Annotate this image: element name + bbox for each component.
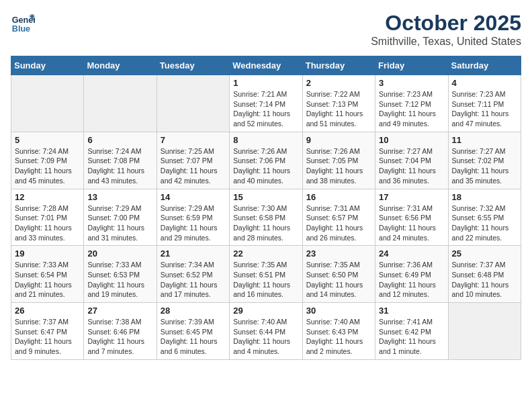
day-info: Sunrise: 7:35 AMSunset: 6:51 PMDaylight:…	[233, 260, 298, 300]
day-cell: 18Sunrise: 7:32 AMSunset: 6:55 PMDayligh…	[448, 189, 521, 246]
day-number: 29	[233, 306, 298, 316]
day-cell: 14Sunrise: 7:29 AMSunset: 6:59 PMDayligh…	[157, 189, 229, 246]
day-number: 6	[87, 135, 152, 145]
day-number: 20	[87, 248, 152, 259]
day-info: Sunrise: 7:25 AMSunset: 7:07 PMDaylight:…	[161, 146, 226, 186]
weekday-header-row: SundayMondayTuesdayWednesdayThursdayFrid…	[11, 56, 521, 75]
day-cell: 11Sunrise: 7:27 AMSunset: 7:02 PMDayligh…	[448, 132, 521, 189]
day-number: 31	[379, 306, 444, 316]
day-number: 28	[161, 306, 226, 316]
day-cell: 29Sunrise: 7:40 AMSunset: 6:44 PMDayligh…	[230, 303, 302, 360]
day-info: Sunrise: 7:36 AMSunset: 6:49 PMDaylight:…	[379, 260, 444, 300]
day-info: Sunrise: 7:24 AMSunset: 7:08 PMDaylight:…	[87, 146, 152, 186]
day-number: 30	[306, 306, 371, 316]
day-cell	[11, 75, 84, 132]
day-info: Sunrise: 7:40 AMSunset: 6:43 PMDaylight:…	[306, 317, 371, 357]
day-cell: 24Sunrise: 7:36 AMSunset: 6:49 PMDayligh…	[375, 246, 448, 303]
weekday-header-tuesday: Tuesday	[157, 56, 229, 75]
day-info: Sunrise: 7:27 AMSunset: 7:04 PMDaylight:…	[379, 146, 444, 186]
header: General Blue October 2025 Smithville, Te…	[11, 11, 521, 48]
day-number: 15	[233, 192, 298, 202]
day-cell: 5Sunrise: 7:24 AMSunset: 7:09 PMDaylight…	[11, 132, 84, 189]
weekday-header-sunday: Sunday	[11, 56, 84, 75]
day-cell: 7Sunrise: 7:25 AMSunset: 7:07 PMDaylight…	[157, 132, 229, 189]
day-cell: 26Sunrise: 7:37 AMSunset: 6:47 PMDayligh…	[11, 303, 84, 360]
day-cell: 27Sunrise: 7:38 AMSunset: 6:46 PMDayligh…	[84, 303, 157, 360]
day-number: 25	[452, 248, 517, 259]
calendar-table: SundayMondayTuesdayWednesdayThursdayFrid…	[11, 56, 521, 360]
day-cell: 9Sunrise: 7:26 AMSunset: 7:05 PMDaylight…	[302, 132, 375, 189]
day-cell: 3Sunrise: 7:23 AMSunset: 7:12 PMDaylight…	[375, 75, 448, 132]
week-row-4: 19Sunrise: 7:33 AMSunset: 6:54 PMDayligh…	[11, 246, 521, 303]
day-cell: 25Sunrise: 7:37 AMSunset: 6:48 PMDayligh…	[448, 246, 521, 303]
day-cell: 1Sunrise: 7:21 AMSunset: 7:14 PMDaylight…	[230, 75, 302, 132]
day-cell: 6Sunrise: 7:24 AMSunset: 7:08 PMDaylight…	[84, 132, 157, 189]
day-number: 27	[87, 306, 152, 316]
day-cell: 31Sunrise: 7:41 AMSunset: 6:42 PMDayligh…	[375, 303, 448, 360]
weekday-header-saturday: Saturday	[448, 56, 521, 75]
day-cell	[84, 75, 157, 132]
day-info: Sunrise: 7:26 AMSunset: 7:05 PMDaylight:…	[306, 146, 371, 186]
day-number: 2	[306, 78, 371, 88]
day-cell: 13Sunrise: 7:29 AMSunset: 7:00 PMDayligh…	[84, 189, 157, 246]
day-number: 12	[15, 192, 80, 202]
day-info: Sunrise: 7:33 AMSunset: 6:53 PMDaylight:…	[87, 260, 152, 300]
day-number: 5	[15, 135, 80, 145]
day-info: Sunrise: 7:29 AMSunset: 6:59 PMDaylight:…	[161, 203, 226, 243]
day-cell: 8Sunrise: 7:26 AMSunset: 7:06 PMDaylight…	[230, 132, 302, 189]
day-info: Sunrise: 7:35 AMSunset: 6:50 PMDaylight:…	[306, 260, 371, 300]
day-number: 24	[379, 248, 444, 259]
day-info: Sunrise: 7:27 AMSunset: 7:02 PMDaylight:…	[452, 146, 517, 186]
day-info: Sunrise: 7:31 AMSunset: 6:57 PMDaylight:…	[306, 203, 371, 243]
day-cell: 16Sunrise: 7:31 AMSunset: 6:57 PMDayligh…	[302, 189, 375, 246]
day-number: 8	[233, 135, 298, 145]
day-cell	[157, 75, 229, 132]
day-info: Sunrise: 7:34 AMSunset: 6:52 PMDaylight:…	[161, 260, 226, 300]
day-info: Sunrise: 7:41 AMSunset: 6:42 PMDaylight:…	[379, 317, 444, 357]
day-number: 4	[452, 78, 517, 88]
logo: General Blue	[11, 11, 35, 35]
day-info: Sunrise: 7:22 AMSunset: 7:13 PMDaylight:…	[306, 89, 371, 129]
day-info: Sunrise: 7:37 AMSunset: 6:47 PMDaylight:…	[15, 317, 80, 357]
day-info: Sunrise: 7:29 AMSunset: 7:00 PMDaylight:…	[87, 203, 152, 243]
day-number: 26	[15, 306, 80, 316]
day-cell: 19Sunrise: 7:33 AMSunset: 6:54 PMDayligh…	[11, 246, 84, 303]
day-number: 19	[15, 248, 80, 259]
week-row-3: 12Sunrise: 7:28 AMSunset: 7:01 PMDayligh…	[11, 189, 521, 246]
day-number: 21	[161, 248, 226, 259]
day-cell: 4Sunrise: 7:23 AMSunset: 7:11 PMDaylight…	[448, 75, 521, 132]
day-number: 16	[306, 192, 371, 202]
day-cell: 10Sunrise: 7:27 AMSunset: 7:04 PMDayligh…	[375, 132, 448, 189]
day-cell	[448, 303, 521, 360]
week-row-2: 5Sunrise: 7:24 AMSunset: 7:09 PMDaylight…	[11, 132, 521, 189]
calendar-subtitle: Smithville, Texas, United States	[371, 36, 521, 48]
day-info: Sunrise: 7:37 AMSunset: 6:48 PMDaylight:…	[452, 260, 517, 300]
svg-text:Blue: Blue	[12, 24, 30, 34]
logo-icon: General Blue	[11, 11, 35, 35]
day-number: 17	[379, 192, 444, 202]
day-number: 3	[379, 78, 444, 88]
day-number: 1	[233, 78, 298, 88]
weekday-header-friday: Friday	[375, 56, 448, 75]
day-info: Sunrise: 7:21 AMSunset: 7:14 PMDaylight:…	[233, 89, 298, 129]
title-area: October 2025 Smithville, Texas, United S…	[371, 11, 521, 48]
day-info: Sunrise: 7:24 AMSunset: 7:09 PMDaylight:…	[15, 146, 80, 186]
day-info: Sunrise: 7:26 AMSunset: 7:06 PMDaylight:…	[233, 146, 298, 186]
day-number: 10	[379, 135, 444, 145]
day-cell: 2Sunrise: 7:22 AMSunset: 7:13 PMDaylight…	[302, 75, 375, 132]
day-number: 14	[161, 192, 226, 202]
day-info: Sunrise: 7:40 AMSunset: 6:44 PMDaylight:…	[233, 317, 298, 357]
day-info: Sunrise: 7:23 AMSunset: 7:11 PMDaylight:…	[452, 89, 517, 129]
day-info: Sunrise: 7:38 AMSunset: 6:46 PMDaylight:…	[87, 317, 152, 357]
day-info: Sunrise: 7:31 AMSunset: 6:56 PMDaylight:…	[379, 203, 444, 243]
day-cell: 20Sunrise: 7:33 AMSunset: 6:53 PMDayligh…	[84, 246, 157, 303]
week-row-1: 1Sunrise: 7:21 AMSunset: 7:14 PMDaylight…	[11, 75, 521, 132]
day-cell: 23Sunrise: 7:35 AMSunset: 6:50 PMDayligh…	[302, 246, 375, 303]
day-number: 23	[306, 248, 371, 259]
day-info: Sunrise: 7:23 AMSunset: 7:12 PMDaylight:…	[379, 89, 444, 129]
day-info: Sunrise: 7:32 AMSunset: 6:55 PMDaylight:…	[452, 203, 517, 243]
day-info: Sunrise: 7:39 AMSunset: 6:45 PMDaylight:…	[161, 317, 226, 357]
weekday-header-thursday: Thursday	[302, 56, 375, 75]
day-number: 18	[452, 192, 517, 202]
day-cell: 21Sunrise: 7:34 AMSunset: 6:52 PMDayligh…	[157, 246, 229, 303]
